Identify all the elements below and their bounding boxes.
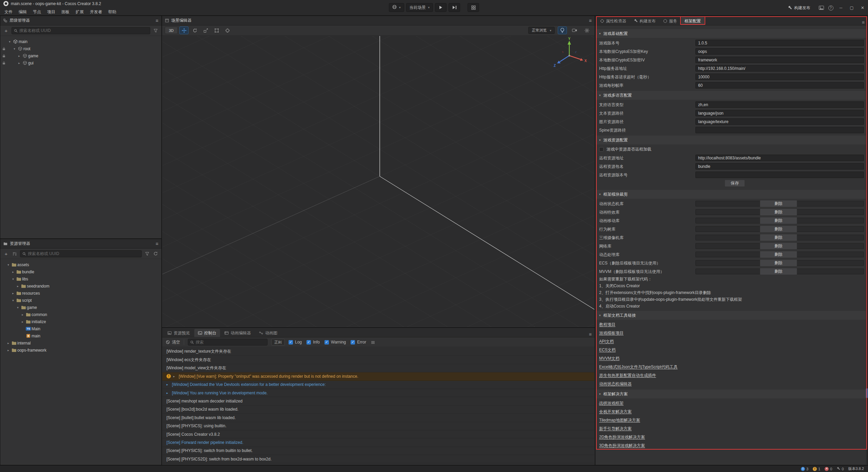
console-tab-资源预览[interactable]: 资源预览	[164, 329, 194, 337]
hierarchy-node-row[interactable]: ▸game	[0, 52, 161, 59]
doc-link[interactable]: API文档	[596, 337, 867, 346]
task-count[interactable]: 0	[836, 467, 844, 471]
preview-target-select[interactable]: ▾	[389, 3, 404, 12]
menu-item-节点[interactable]: 节点	[30, 8, 44, 16]
field-input[interactable]	[695, 127, 864, 133]
panel-menu-icon[interactable]: ≡	[156, 18, 158, 23]
view-mode-3d-button[interactable]: 3D	[165, 27, 178, 34]
solution-link[interactable]: 3D角色扮演游戏解决方案	[596, 441, 867, 450]
delete-module-button[interactable]: 删除	[760, 251, 797, 258]
section-header[interactable]: ▾框架解决方案	[596, 390, 867, 398]
console-search-box[interactable]	[188, 339, 268, 346]
refresh-assets-button[interactable]	[153, 251, 159, 256]
delete-module-button[interactable]: 删除	[760, 217, 797, 224]
rect-tool-button[interactable]	[212, 26, 221, 34]
delete-module-button[interactable]: 删除	[760, 225, 797, 233]
expand-arrow-icon[interactable]: ▸	[15, 284, 20, 288]
console-log-row[interactable]: ▸[Window] You are running Vue in develop…	[162, 389, 594, 397]
step-button[interactable]	[449, 3, 460, 12]
field-input[interactable]: language/texture	[695, 118, 864, 125]
expand-arrow-icon[interactable]: ▸	[17, 54, 22, 58]
scale-tool-button[interactable]	[201, 26, 210, 34]
warning-count[interactable]: !1	[813, 467, 820, 471]
hierarchy-filter-button[interactable]	[153, 28, 159, 33]
scene-settings-button[interactable]	[582, 26, 591, 34]
filter-info[interactable]: ✓Info	[307, 340, 320, 345]
close-button[interactable]: ✕	[857, 0, 868, 16]
asset-row[interactable]: ▾script	[0, 297, 161, 304]
menu-item-帮助[interactable]: 帮助	[105, 8, 119, 16]
inspector-scrollbar[interactable]	[866, 26, 868, 465]
console-tab-控制台[interactable]: 控制台	[194, 329, 220, 337]
field-input[interactable]: oops	[695, 48, 864, 55]
console-tab-动画编辑器[interactable]: 动画编辑器	[221, 329, 255, 337]
checkbox-unchecked-icon[interactable]	[599, 147, 604, 152]
console-log-row[interactable]: [Window] render_texture文件夹存在	[162, 348, 594, 356]
field-input[interactable]: bundle	[695, 163, 864, 170]
tab-属性检查器[interactable]: 属性检查器	[597, 17, 630, 25]
hierarchy-node-row[interactable]: ▸gui	[0, 59, 161, 66]
delete-module-button[interactable]: 删除	[760, 200, 797, 207]
expand-arrow-icon[interactable]: ▸	[20, 320, 25, 323]
doc-link[interactable]: 教程项目	[596, 320, 867, 329]
hierarchy-node-row[interactable]: ▾root	[0, 45, 161, 52]
assets-filter-button[interactable]	[144, 251, 150, 256]
menu-item-编辑[interactable]: 编辑	[16, 8, 30, 16]
expand-arrow-icon[interactable]: ▸	[11, 292, 16, 295]
filter-error[interactable]: ✓Error	[351, 340, 366, 345]
solution-link[interactable]: 全栈开发解决方案	[596, 408, 867, 416]
doc-link[interactable]: Excel格式转Json文件与TypeScript代码工具	[596, 363, 867, 371]
asset-row[interactable]: TSMain	[0, 325, 161, 332]
hierarchy-search-input[interactable]	[19, 28, 148, 33]
field-input[interactable]: language/json	[695, 110, 864, 116]
doc-link[interactable]: 游戏模板项目	[596, 329, 867, 337]
field-input[interactable]: 1.0.5	[695, 40, 864, 46]
add-asset-button[interactable]: +	[3, 251, 9, 256]
console-log-row[interactable]: [Window] model_view文件夹存在	[162, 364, 594, 372]
menu-item-文件[interactable]: 文件	[1, 8, 16, 16]
section-header[interactable]: ▾游戏多语言配置	[596, 91, 867, 100]
scene-light-toggle[interactable]	[558, 26, 567, 34]
console-log-row[interactable]: [Scene] [PHYSICS]: switch from builtin t…	[162, 447, 594, 455]
menu-item-扩展[interactable]: 扩展	[73, 8, 87, 16]
field-input[interactable]	[695, 172, 864, 178]
asset-row[interactable]: ▾assets	[0, 261, 161, 268]
doc-link[interactable]: 动画状态机编辑器	[596, 380, 867, 388]
field-input[interactable]: framework	[695, 57, 864, 63]
tab-构建发布[interactable]: 构建发布	[630, 17, 659, 25]
assets-search-box[interactable]	[20, 250, 142, 257]
panel-menu-icon[interactable]: ≡	[862, 20, 865, 25]
console-log-row[interactable]: [Scene] Forward render pipeline initiali…	[162, 438, 594, 447]
expand-arrow-icon[interactable]: ▸	[173, 375, 176, 378]
play-button[interactable]	[435, 3, 447, 12]
expand-arrow-icon[interactable]: ▸	[6, 349, 11, 352]
move-tool-button[interactable]	[179, 26, 189, 34]
section-header[interactable]: ▾游戏基础配置	[596, 29, 867, 38]
field-input[interactable]: http://192.168.0.150/main/	[695, 65, 864, 72]
section-header[interactable]: ▾游戏资源配置	[596, 136, 867, 144]
delete-module-button[interactable]: 删除	[760, 234, 797, 241]
collapse-arrow-icon[interactable]: ▾	[7, 40, 12, 43]
axis-gizmo[interactable]: Y X Z	[551, 37, 588, 74]
scrollbar-thumb[interactable]	[866, 388, 868, 398]
panel-menu-icon[interactable]: ≡	[589, 332, 592, 337]
preview-image-button[interactable]	[816, 6, 826, 10]
scene-viewport[interactable]: Y X Z	[162, 36, 594, 327]
menu-item-项目[interactable]: 项目	[44, 8, 58, 16]
console-tab-动画图[interactable]: 动画图	[255, 329, 281, 337]
console-log-row[interactable]: [Scene] Cocos Creator v3.8.2	[162, 430, 594, 438]
regex-toggle[interactable]: 正则	[271, 339, 285, 346]
save-button[interactable]: 保存	[725, 180, 745, 187]
help-button[interactable]: ?	[826, 5, 835, 11]
info-count[interactable]: i3	[801, 467, 808, 471]
filter-log[interactable]: ✓Log	[289, 340, 302, 345]
console-search-input[interactable]	[196, 340, 265, 345]
collapse-arrow-icon[interactable]: ▾	[15, 306, 20, 309]
collapse-arrow-icon[interactable]: ▾	[11, 299, 16, 302]
clear-console-button[interactable]: 清空	[166, 339, 180, 345]
delete-module-button[interactable]: 删除	[760, 268, 797, 275]
error-count[interactable]: ✕0	[825, 467, 832, 471]
console-log-row[interactable]: !▸[Window] [Vue warn]: Property "onInput…	[162, 372, 594, 380]
solution-link[interactable]: 2D角色扮演游戏解决方案	[596, 433, 867, 441]
solution-link[interactable]: 新手引导解决方案	[596, 425, 867, 433]
